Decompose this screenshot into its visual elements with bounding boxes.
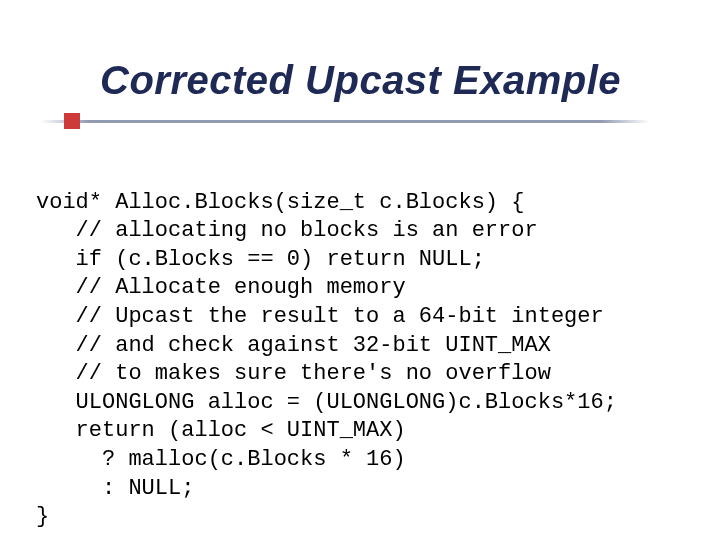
- code-line: ULONGLONG alloc = (ULONGLONG)c.Blocks*16…: [36, 390, 617, 415]
- code-block: void* Alloc.Blocks(size_t c.Blocks) { //…: [36, 160, 617, 540]
- code-line: : NULL;: [36, 476, 194, 501]
- code-line: // Upcast the result to a 64-bit integer: [36, 304, 604, 329]
- code-line: void* Alloc.Blocks(size_t c.Blocks) {: [36, 190, 524, 215]
- title-wrap: Corrected Upcast Example: [100, 58, 621, 103]
- code-line: // allocating no blocks is an error: [36, 218, 538, 243]
- code-line: return (alloc < UINT_MAX): [36, 418, 406, 443]
- page-title: Corrected Upcast Example: [100, 58, 621, 103]
- code-line: // and check against 32-bit UINT_MAX: [36, 333, 551, 358]
- code-line: // Allocate enough memory: [36, 275, 406, 300]
- code-line: if (c.Blocks == 0) return NULL;: [36, 247, 485, 272]
- slide: Corrected Upcast Example void* Alloc.Blo…: [0, 0, 720, 540]
- code-line: ? malloc(c.Blocks * 16): [36, 447, 406, 472]
- accent-square-icon: [64, 113, 80, 129]
- title-underline: [40, 120, 650, 123]
- code-line: // to makes sure there's no overflow: [36, 361, 551, 386]
- code-line: }: [36, 504, 49, 529]
